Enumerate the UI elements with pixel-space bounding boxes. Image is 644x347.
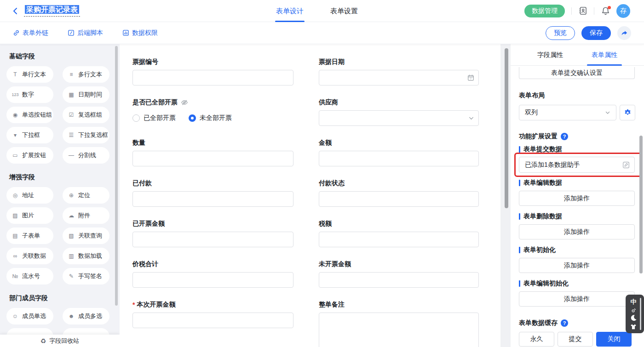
linked-data-icon: ∞ — [12, 253, 19, 259]
layout-settings-button[interactable] — [620, 105, 635, 120]
field-label: 数量 — [132, 139, 293, 147]
field-pill-radio-group[interactable]: ◉单选按钮组 — [6, 107, 53, 123]
field-pill-linked-query[interactable]: ▧关联查询 — [63, 228, 109, 244]
field-pill-divider[interactable]: —分割线 — [63, 147, 109, 164]
field-pill-multi-dropdown[interactable]: ☰下拉复选框 — [63, 127, 109, 143]
add-action-button[interactable]: 添加操作 — [519, 291, 635, 307]
radio-unchecked-icon[interactable] — [132, 114, 140, 122]
canvas-scrollbar[interactable] — [505, 48, 508, 208]
notification-bell-icon[interactable] — [601, 6, 610, 16]
cache-option-3[interactable]: 关闭 — [596, 332, 632, 347]
back-icon[interactable] — [11, 6, 20, 16]
field-pill-member-single[interactable]: ☺成员单选 — [6, 308, 53, 324]
data-manage-button[interactable]: 数据管理 — [524, 5, 565, 17]
text-input[interactable] — [132, 191, 293, 207]
address-icon: ◎ — [12, 192, 19, 199]
field-pill-extend-button[interactable]: ▭扩展按钮 — [6, 147, 53, 164]
field-label: *本次开票金额 — [132, 301, 293, 308]
field-pill-label: 流水号 — [22, 272, 40, 280]
field-label-text: 票据编号 — [132, 58, 158, 66]
layout-select[interactable]: 双列 — [519, 105, 616, 120]
field-label-text: 票据日期 — [319, 58, 345, 66]
text-input[interactable] — [132, 272, 293, 288]
field-pill-number[interactable]: 123数字 — [6, 86, 53, 103]
field-pill-single-text[interactable]: T单行文本 — [6, 66, 53, 83]
translate-mini-icon[interactable] — [632, 308, 636, 313]
field-pill-locate[interactable]: ⊕定位 — [63, 187, 109, 204]
field-pill-image[interactable]: ▨图片 — [6, 207, 53, 224]
avatar[interactable]: 存 — [616, 4, 630, 18]
data-assistant-entry[interactable]: 已添加1条数据助手 — [519, 157, 635, 173]
field-pill-address[interactable]: ◎地址 — [6, 187, 53, 204]
toolbar-link-script[interactable]: 后端脚本 — [68, 29, 103, 37]
cache-option-1[interactable]: 永久 — [519, 332, 554, 347]
field-pill-data-load[interactable]: ▥数据加载 — [63, 248, 109, 264]
toolbar-link-permission[interactable]: 数据权限 — [122, 29, 158, 37]
eye-off-icon — [181, 99, 188, 106]
field-pill-serial-number[interactable]: №流水号 — [6, 268, 53, 284]
radio-option[interactable]: 未全部开票 — [189, 114, 232, 122]
notification-dot — [608, 6, 611, 9]
cache-option-2[interactable]: 提交 — [558, 332, 593, 347]
panel-tab-field-props[interactable]: 字段属性 — [537, 44, 563, 66]
field-pill-label: 附件 — [78, 211, 90, 220]
text-input[interactable] — [319, 272, 479, 288]
field-pill-subform[interactable]: ▤子表单 — [6, 228, 53, 244]
add-action-button[interactable]: 添加操作 — [519, 258, 635, 273]
help-icon[interactable]: ? — [561, 133, 568, 140]
header-tab-form-design[interactable]: 表单设计 — [276, 0, 304, 22]
data-assistant-text: 已添加1条数据助手 — [525, 161, 580, 169]
text-input[interactable] — [132, 232, 293, 247]
header-tabs: 表单设计表单设置 — [276, 0, 358, 22]
add-action-button[interactable]: 添加操作 — [519, 191, 635, 206]
field-pill-member-multi[interactable]: ☻成员多选 — [63, 308, 109, 324]
text-input[interactable] — [319, 191, 479, 207]
form-title[interactable]: 采购开票记录表 — [25, 5, 79, 14]
radio-checked-icon[interactable] — [189, 114, 196, 122]
radio-option[interactable]: 已全部开票 — [132, 114, 176, 122]
save-button[interactable]: 保存 — [581, 26, 611, 40]
cache-settings-label-text: 表单数据缓存 — [519, 319, 558, 327]
submit-confirm-settings-button[interactable]: 表单提交确认设置 — [519, 67, 635, 79]
panel-tab-form-props[interactable]: 表单属性 — [592, 44, 617, 66]
field-pill-multi-text[interactable]: ≡多行文本 — [63, 66, 109, 83]
field-pill-dropdown[interactable]: ▾下拉框 — [6, 127, 53, 143]
edit-icon[interactable] — [622, 161, 630, 169]
text-input[interactable] — [132, 151, 293, 166]
field-pill-signature[interactable]: ✎手写签名 — [63, 268, 109, 284]
text-input[interactable] — [132, 313, 293, 328]
add-action-button[interactable]: 添加操作 — [519, 224, 635, 239]
header-tab-form-settings[interactable]: 表单设置 — [330, 0, 358, 22]
dark-mode-moon-icon[interactable] — [630, 314, 637, 321]
field-recycle-bar[interactable]: ♻ 字段回收站 — [0, 335, 120, 347]
textarea-input[interactable] — [319, 313, 479, 347]
subform-icon: ▤ — [12, 233, 19, 239]
field-pill-datetime[interactable]: ▦日期时间 — [63, 86, 109, 103]
ext-settings-title: 功能扩展设置 ? — [519, 132, 568, 141]
select-input[interactable] — [319, 110, 479, 126]
widget-scrollbar — [640, 298, 641, 330]
form-title-editor[interactable]: 采购开票记录表 — [24, 5, 80, 17]
text-input[interactable] — [132, 70, 293, 85]
toolbar-link-link[interactable]: 表单外链 — [13, 29, 48, 37]
form-field-text: 金额 — [319, 139, 479, 179]
help-icon[interactable]: ? — [561, 319, 568, 327]
field-pill-label: 关联数据 — [22, 252, 46, 260]
theme-tshirt-icon[interactable] — [630, 324, 637, 330]
sidebar-scrollbar[interactable] — [115, 46, 118, 306]
translate-chinese-icon[interactable]: 中 — [631, 298, 637, 306]
field-pill-label: 下拉框 — [22, 131, 40, 139]
share-button[interactable] — [617, 26, 631, 40]
field-pill-attachment[interactable]: ☁附件 — [63, 207, 109, 224]
date-input[interactable]: 7 — [319, 70, 479, 85]
serial-number-icon: № — [12, 273, 19, 279]
field-pill-checkbox-group[interactable]: ☑复选框组 — [63, 107, 109, 123]
text-input[interactable] — [319, 151, 479, 166]
multi-dropdown-icon: ☰ — [68, 132, 75, 138]
preview-button[interactable]: 预览 — [546, 26, 575, 40]
text-input[interactable] — [319, 232, 479, 247]
panel-scrollbar[interactable] — [639, 136, 643, 273]
contacts-book-icon[interactable] — [578, 6, 587, 16]
ext-settings-title-text: 功能扩展设置 — [519, 132, 558, 141]
field-pill-linked-data[interactable]: ∞关联数据 — [6, 248, 53, 264]
